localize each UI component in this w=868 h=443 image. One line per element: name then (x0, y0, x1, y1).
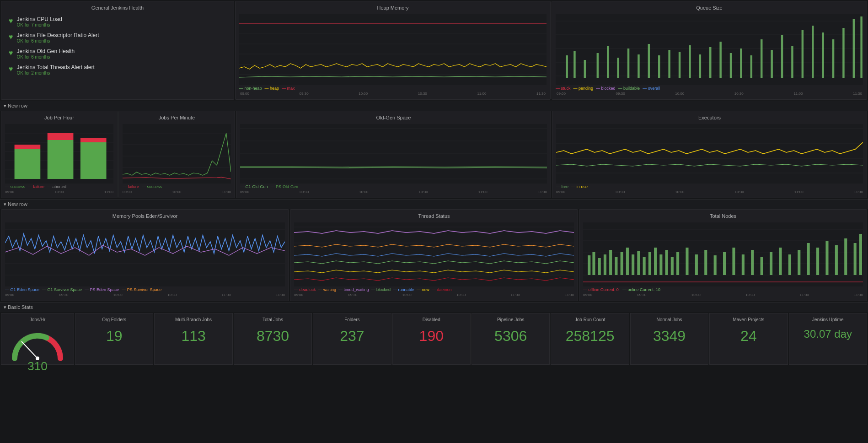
gauge-chart: 310 (8, 324, 67, 361)
queue-size-chart (556, 14, 863, 85)
executors-title: Executors (556, 115, 863, 120)
svg-rect-111 (714, 255, 717, 275)
svg-rect-16 (584, 60, 586, 78)
svg-rect-24 (668, 50, 670, 78)
thread-status-title: Thread Status (294, 213, 574, 219)
jpm-xaxis: 09:0010:0011:00 (123, 190, 231, 194)
stat-job-run-count: Job Run Count 258125 (551, 313, 629, 365)
health-item-status: OK for 7 months (17, 22, 62, 27)
tn-xaxis: 09:0009:3010:0010:3011:0011:30 (583, 293, 863, 297)
stat-folders-value: 237 (317, 328, 387, 345)
svg-rect-126 (854, 243, 857, 275)
stat-multi-branch: Multi-Branch Jobs 113 (154, 313, 232, 365)
heap-memory-panel: Heap Memory (235, 1, 551, 100)
job-per-hour-title: Job Per Hour (5, 115, 113, 120)
stat-maven-projects-value: 24 (713, 328, 783, 345)
heap-memory-title: Heap Memory (239, 5, 547, 11)
svg-rect-108 (686, 248, 688, 275)
stat-multi-branch-value: 113 (158, 328, 228, 345)
svg-rect-52 (15, 145, 41, 149)
jobs-per-minute-title: Jobs Per Minute (123, 115, 231, 120)
new-row-label-2[interactable]: New row (0, 199, 868, 209)
svg-rect-123 (825, 241, 828, 275)
svg-rect-54 (48, 133, 74, 140)
svg-rect-22 (648, 44, 650, 78)
stat-job-run-count-value: 258125 (555, 328, 625, 345)
job-per-hour-panel: Job Per Hour (1, 111, 118, 198)
stat-normal-jobs-title: Normal Jobs (634, 317, 704, 322)
dashboard: General Jenkins Health ♥ Jenkins CPU Loa… (0, 0, 868, 443)
svg-rect-26 (689, 45, 691, 78)
memory-pools-chart (5, 222, 285, 286)
mpe-xaxis: 09:0009:3010:0010:3011:0011:30 (5, 293, 285, 297)
svg-rect-42 (853, 19, 855, 78)
gauge-title: Jobs/Hr (5, 317, 70, 322)
thread-status-chart (294, 222, 574, 286)
svg-rect-122 (816, 248, 819, 275)
job-per-hour-chart (5, 124, 113, 184)
svg-rect-93 (598, 258, 601, 275)
stat-org-folders-value: 19 (79, 328, 149, 345)
total-nodes-panel: Total Nodes (579, 209, 867, 301)
svg-rect-110 (704, 250, 707, 275)
svg-rect-118 (779, 248, 782, 275)
svg-rect-112 (723, 252, 726, 275)
old-gen-space-panel: Old-Gen Space — G1-Old-Gen — PS-Old (236, 111, 551, 198)
svg-rect-125 (844, 238, 847, 275)
health-item-name: Jenkins CPU Load (17, 16, 62, 22)
svg-rect-30 (730, 53, 732, 78)
stat-total-jobs: Total Jobs 8730 (234, 313, 312, 365)
basic-stats-section: Jobs/Hr 310 (0, 313, 868, 366)
health-item-status: OK for 6 months (17, 38, 99, 43)
svg-rect-55 (80, 142, 107, 179)
stat-maven-projects-title: Maven Projects (713, 317, 783, 322)
svg-rect-103 (654, 248, 657, 275)
stat-folders-title: Folders (317, 317, 387, 322)
health-item: ♥ Jenkins CPU Load OK for 7 months (9, 16, 226, 27)
jobs-per-minute-chart (123, 124, 231, 184)
gauge-panel: Jobs/Hr 310 (1, 313, 74, 365)
health-icon: ♥ (9, 65, 13, 73)
svg-rect-56 (80, 138, 107, 142)
svg-rect-117 (770, 252, 772, 275)
health-item-name: Jenkins File Descriptor Ratio Alert (17, 32, 99, 38)
memory-pools-title: Memory Pools Eden/Survivor (5, 213, 285, 219)
health-icon: ♥ (9, 49, 13, 57)
svg-rect-43 (860, 16, 862, 78)
exec-legend: — free — in-use (556, 184, 863, 190)
stat-normal-jobs: Normal Jobs 3349 (630, 313, 708, 365)
stat-pipeline-jobs: Pipeline Jobs 5306 (472, 313, 550, 365)
stat-pipeline-jobs-title: Pipeline Jobs (476, 317, 546, 322)
svg-rect-100 (637, 251, 640, 275)
old-gen-title: Old-Gen Space (240, 115, 547, 120)
svg-rect-94 (604, 254, 606, 275)
stat-jenkins-uptime: Jenkins Uptime 30.07 day (789, 313, 867, 365)
executors-chart (556, 124, 863, 184)
general-health-title: General Jenkins Health (5, 5, 230, 11)
stat-jenkins-uptime-title: Jenkins Uptime (793, 317, 863, 322)
stat-normal-jobs-value: 3349 (634, 328, 704, 345)
old-gen-chart (240, 124, 547, 184)
stat-multi-branch-title: Multi-Branch Jobs (158, 317, 228, 322)
svg-rect-23 (658, 55, 660, 78)
stat-job-run-count-title: Job Run Count (555, 317, 625, 322)
heap-memory-chart (239, 14, 547, 85)
health-text: Jenkins Total Threads Alert alert OK for… (17, 64, 95, 76)
svg-rect-109 (695, 254, 698, 275)
svg-rect-27 (699, 54, 701, 78)
ts-legend: — deadlock — waiting — timed_waiting — b… (294, 286, 574, 293)
svg-rect-97 (621, 252, 623, 275)
svg-rect-69 (556, 124, 863, 184)
new-row-label-1[interactable]: New row (0, 101, 868, 111)
total-nodes-chart (583, 222, 863, 286)
svg-rect-39 (822, 32, 824, 78)
memory-pools-panel: Memory Pools Eden/Survivor — G1 Eden Spa… (1, 209, 289, 301)
exec-xaxis: 09:0009:3010:0010:3011:0011:30 (556, 190, 863, 194)
basic-stats-label[interactable]: Basic Stats (0, 302, 868, 312)
svg-rect-31 (740, 49, 742, 78)
svg-rect-99 (632, 254, 634, 275)
svg-rect-29 (719, 42, 721, 78)
health-icon: ♥ (9, 17, 13, 25)
health-text: Jenkins File Descriptor Ratio Alert OK f… (17, 32, 99, 43)
svg-rect-113 (732, 248, 735, 275)
